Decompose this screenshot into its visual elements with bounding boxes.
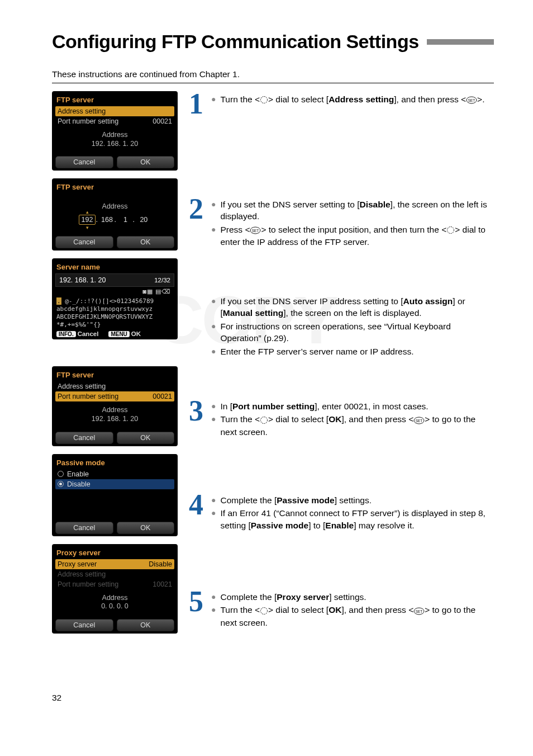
ok-button[interactable]: OK [117,156,175,168]
menu-row-address-setting: Address setting [55,569,174,579]
step-number: 2 [189,196,207,283]
info-value: 192. 168. 1. 20 [55,140,174,149]
row-label: Port number setting [58,580,118,588]
instruction-text: Turn the <> dial to select [OK], and the… [220,413,494,438]
info-block: Address 0. 0. 0. 0 [55,589,174,617]
pill-label: MENU [108,331,129,337]
instruction-text: For instructions on screen operations, s… [220,320,494,344]
dial-icon [260,414,268,426]
bullet-icon: ● [211,494,216,506]
screen-passive-mode: Passive mode Enable Disable Cancel OK [52,454,178,536]
page-title: Configuring FTP Communication Settings [52,31,419,53]
info-block: Address 192. 168. 1. 20 [55,401,174,429]
radio-icon [58,471,64,477]
menu-row-port-number[interactable]: Port number setting00021 [55,116,174,126]
svg-text:SET: SET [252,228,259,232]
screen-ftp-address-setting: FTP server Address setting Port number s… [52,91,178,171]
step-1: 1 ● Turn the <> dial to select [Address … [189,91,494,186]
screen-ftp-port-setting: FTP server Address setting Port number s… [52,366,178,446]
info-block: Address 192. 168. 1. 20 [55,126,174,154]
ip-octet-3[interactable]: 1 [118,216,132,224]
cancel-button[interactable]: Cancel [55,619,113,631]
dial-icon [260,605,268,617]
input-mode-icons: ◙▦ ▤⌫ [55,287,174,297]
step-3: 3 ● In [Port number setting], enter 0002… [189,398,494,482]
step-number: 3 [189,398,207,482]
kb-line: *#,+=$%&'"{} [56,321,173,329]
ok-button[interactable]: OK [117,619,175,631]
row-value: 00021 [153,393,172,400]
svg-point-5 [448,226,454,233]
instruction-text: Enter the FTP server’s server name or IP… [220,346,494,357]
svg-point-9 [260,607,267,614]
ip-label: Address [55,202,174,210]
page-number: 32 [52,693,494,703]
bullet-icon: ● [211,507,216,519]
screen-proxy-server: Proxy server Proxy serverDisable Address… [52,544,178,634]
menu-row-port-number[interactable]: Port number setting00021 [55,391,174,401]
screen-header: Server name [55,262,174,273]
bullet-icon: ● [211,400,216,412]
option-enable[interactable]: Enable [55,469,174,479]
menu-row-address-setting[interactable]: Address setting [55,106,174,116]
menu-row-port-number: Port number setting10021 [55,579,174,589]
svg-text:SET: SET [416,609,423,613]
screen-ftp-ip-entry: FTP server Address 192. 168. 1. 20 Cance… [52,178,178,251]
instruction-text: In [Port number setting], enter 00021, i… [220,400,494,412]
virtual-keyboard[interactable]: . @-_/::!?()[]<>0123456789 abcdefghijklm… [55,297,174,328]
info-cancel-button[interactable]: INFO.Cancel [56,330,98,337]
step-4: 4 ● Complete the [Passive mode] settings… [189,492,494,579]
row-value: 00021 [153,117,172,125]
bullet-icon: ● [211,224,216,235]
info-value: 0. 0. 0. 0 [55,602,174,611]
menu-row-address-setting[interactable]: Address setting [55,381,174,391]
ip-octet-4[interactable]: 20 [136,216,151,224]
pill-text: OK [131,330,141,337]
cancel-button[interactable]: Cancel [55,522,113,534]
cancel-button[interactable]: Cancel [55,432,113,444]
svg-text:SET: SET [416,418,423,422]
screen-server-name-keyboard: Server name 192. 168. 1. 20 12/32 ◙▦ ▤⌫ … [52,258,178,339]
text-entry-field[interactable]: 192. 168. 1. 20 12/32 [55,273,174,287]
bullet-icon: ● [211,604,216,616]
ip-octet-1[interactable]: 192 [79,215,96,225]
step-number: 1 [189,91,207,186]
set-icon: SET [466,94,477,106]
cancel-button[interactable]: Cancel [55,156,113,168]
screen-header: Passive mode [55,457,174,469]
row-label: Port number setting [58,393,118,400]
bullet-icon: ● [211,295,216,307]
intro-text: These instructions are continued from Ch… [52,69,494,79]
cancel-button[interactable]: Cancel [55,236,113,248]
instruction-text: Complete the [Proxy server] settings. [220,591,494,603]
dial-icon [446,224,455,236]
kb-highlight-char[interactable]: . [56,297,61,305]
set-icon: SET [413,605,425,617]
option-disable[interactable]: Disable [55,479,174,489]
svg-point-6 [260,417,267,423]
menu-ok-button[interactable]: MENUOK [108,330,141,337]
pill-text: Cancel [78,330,99,337]
row-label: Address setting [58,107,106,115]
bullet-icon: ● [211,320,216,332]
screen-header: FTP server [55,370,174,381]
ip-octet-2[interactable]: 168 [99,216,114,224]
row-label: Address setting [58,570,106,578]
ok-button[interactable]: OK [117,432,175,444]
menu-row-proxy-server[interactable]: Proxy serverDisable [55,559,174,569]
ok-button[interactable]: OK [117,522,175,534]
ok-button[interactable]: OK [117,236,175,248]
bullet-icon: ● [211,199,216,210]
instruction-text: Press <SET> to select the input position… [220,224,494,248]
instruction-text: Complete the [Passive mode] settings. [220,494,494,506]
option-label: Enable [67,470,89,478]
instruction-text: If you set the DNS server setting to [Di… [220,199,494,223]
screen-header: Proxy server [55,547,174,559]
instruction-text: If you set the DNS server IP address set… [220,295,494,319]
kb-line: @-_/::!?()[]<>0123456789 [61,297,154,305]
step-number: 4 [189,492,207,579]
title-decorative-bar [427,39,494,45]
set-icon: SET [413,414,425,426]
info-label: Address [55,131,174,140]
radio-icon [58,481,64,487]
